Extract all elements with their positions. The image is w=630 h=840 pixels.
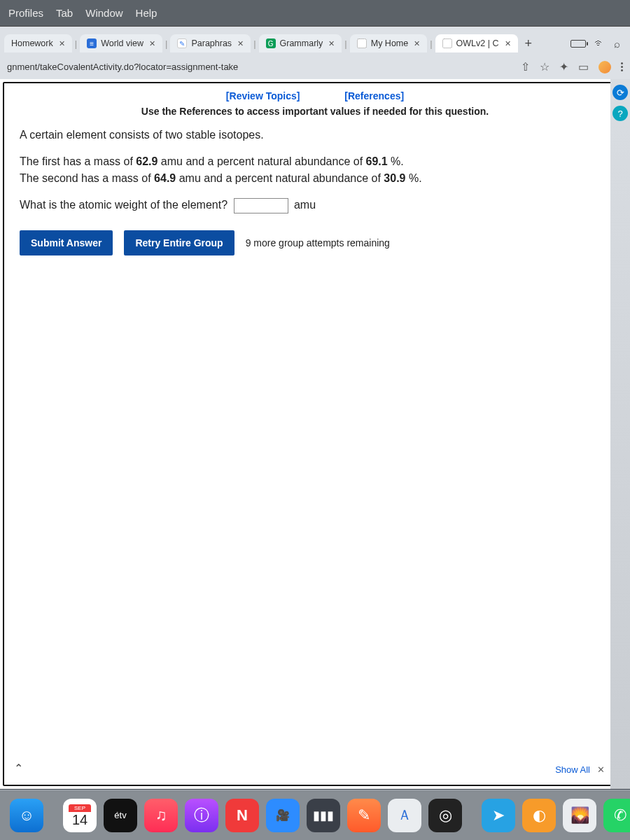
system-tray: ᯤ ⌕ bbox=[570, 37, 626, 50]
tab-label: Homework bbox=[11, 38, 53, 48]
menu-profiles[interactable]: Profiles bbox=[8, 7, 43, 19]
search-icon[interactable]: ⌕ bbox=[614, 38, 620, 50]
tab-separator: | bbox=[428, 38, 433, 49]
appstore-icon[interactable]: Ａ bbox=[388, 799, 421, 832]
submit-button[interactable]: Submit Answer bbox=[20, 230, 113, 255]
tab-strip: Homework ✕ | ≡ World view ✕ | ✎ Paraphra… bbox=[0, 31, 630, 56]
calendar-icon[interactable]: SEP 14 bbox=[63, 799, 97, 832]
question-panel: [Review Topics] [References] Use the Ref… bbox=[3, 82, 627, 786]
tab-label: My Home bbox=[371, 38, 408, 48]
unit-label: amu bbox=[294, 199, 316, 211]
tab-separator: | bbox=[343, 38, 348, 49]
tab-label: Grammarly bbox=[280, 38, 323, 48]
chevron-up-icon[interactable]: ⌃ bbox=[14, 762, 23, 775]
close-icon[interactable]: ✕ bbox=[328, 39, 335, 48]
close-icon[interactable]: ✕ bbox=[414, 39, 420, 48]
tab-label: Paraphras bbox=[191, 38, 232, 48]
favicon-icon: G bbox=[266, 38, 276, 48]
help-icon[interactable]: ? bbox=[612, 106, 628, 121]
review-topics-link[interactable]: [Review Topics] bbox=[226, 90, 300, 102]
favicon-icon: ✦ bbox=[442, 38, 452, 48]
question-prompt: What is the atomic weight of the element… bbox=[20, 197, 610, 214]
close-icon[interactable]: ✕ bbox=[597, 764, 605, 775]
new-tab-button[interactable]: + bbox=[519, 36, 538, 51]
menu-tab[interactable]: Tab bbox=[56, 7, 73, 19]
wifi-icon: ᯤ bbox=[594, 37, 606, 50]
url-text[interactable]: gnment/takeCovalentActivity.do?locator=a… bbox=[7, 62, 238, 72]
tab-label: OWLv2 | C bbox=[456, 38, 499, 48]
refresh-icon[interactable]: ⟳ bbox=[612, 85, 628, 100]
panel-icon[interactable]: ▭ bbox=[578, 60, 589, 74]
instruction-text: Use the References to access important v… bbox=[4, 104, 626, 127]
photos-icon[interactable]: 🌄 bbox=[563, 799, 596, 832]
tab-homework[interactable]: Homework ✕ bbox=[4, 34, 72, 52]
address-bar: gnment/takeCovalentActivity.do?locator=a… bbox=[0, 56, 630, 79]
tab-grammarly[interactable]: G Grammarly ✕ bbox=[259, 34, 342, 52]
battery-icon bbox=[570, 40, 586, 48]
references-link[interactable]: [References] bbox=[344, 90, 404, 102]
dock: ☺ SEP 14 étv ♫ ⓘ N 🎥 ▮▮▮ ✎ Ａ ◎ ➤ ◐ 🌄 ✆ W… bbox=[0, 790, 630, 840]
favicon-icon: ✦ bbox=[357, 38, 367, 48]
close-icon[interactable]: ✕ bbox=[149, 39, 155, 48]
side-panel: ⟳ ? bbox=[610, 79, 630, 789]
menu-window[interactable]: Window bbox=[85, 7, 122, 19]
appletv-icon[interactable]: étv bbox=[104, 799, 137, 832]
app-dark-icon[interactable]: ◎ bbox=[428, 799, 462, 832]
tab-paraphras[interactable]: ✎ Paraphras ✕ bbox=[170, 34, 251, 52]
tab-separator: | bbox=[252, 38, 257, 49]
favicon-icon: ✎ bbox=[177, 38, 187, 48]
podcasts-icon[interactable]: ⓘ bbox=[185, 799, 218, 832]
zoom-icon[interactable]: 🎥 bbox=[266, 799, 300, 832]
show-all-link[interactable]: Show All ✕ bbox=[555, 764, 605, 775]
menu-icon[interactable] bbox=[621, 62, 623, 71]
top-links: [Review Topics] [References] bbox=[4, 83, 626, 104]
music-icon[interactable]: ♫ bbox=[144, 799, 178, 832]
question-text: A certain element consists of two stable… bbox=[4, 127, 626, 214]
app-n-icon[interactable]: N bbox=[225, 799, 259, 832]
avatar[interactable] bbox=[598, 61, 611, 74]
isotope-1: The first has a mass of 62.9 amu and a p… bbox=[20, 153, 610, 187]
tab-worldview[interactable]: ≡ World view ✕ bbox=[80, 34, 162, 52]
edit-icon[interactable]: ✎ bbox=[347, 799, 381, 832]
retry-button[interactable]: Retry Entire Group bbox=[124, 230, 234, 255]
finder-icon[interactable]: ☺ bbox=[10, 799, 43, 832]
page-content: [Review Topics] [References] Use the Ref… bbox=[0, 79, 630, 789]
browser-chrome: Homework ✕ | ≡ World view ✕ | ✎ Paraphra… bbox=[0, 27, 630, 79]
app-orange-icon[interactable]: ◐ bbox=[522, 799, 556, 832]
close-icon[interactable]: ✕ bbox=[505, 39, 511, 48]
whatsapp-icon[interactable]: ✆ bbox=[603, 799, 630, 832]
stats-icon[interactable]: ▮▮▮ bbox=[307, 799, 340, 832]
share-icon[interactable]: ⇧ bbox=[521, 60, 530, 74]
tab-label: World view bbox=[101, 38, 144, 48]
tab-myhome[interactable]: ✦ My Home ✕ bbox=[350, 34, 427, 52]
question-intro: A certain element consists of two stable… bbox=[20, 127, 610, 144]
attempts-remaining: 9 more group attempts remaining bbox=[246, 237, 390, 248]
menubar: Profiles Tab Window Help bbox=[0, 0, 630, 27]
close-icon[interactable]: ✕ bbox=[59, 39, 65, 48]
telegram-icon[interactable]: ➤ bbox=[482, 799, 515, 832]
favicon-icon: ≡ bbox=[87, 38, 97, 48]
tab-separator: | bbox=[74, 38, 78, 49]
extension-icon[interactable]: ✦ bbox=[559, 60, 568, 74]
button-row: Submit Answer Retry Entire Group 9 more … bbox=[4, 223, 626, 270]
close-icon[interactable]: ✕ bbox=[237, 39, 244, 48]
menu-help[interactable]: Help bbox=[136, 7, 158, 19]
star-icon[interactable]: ☆ bbox=[540, 60, 550, 74]
tab-separator: | bbox=[164, 38, 169, 49]
toolbar-icons: ⇧ ☆ ✦ ▭ bbox=[521, 60, 623, 74]
answer-input[interactable] bbox=[234, 198, 288, 214]
tab-owlv2[interactable]: ✦ OWLv2 | C ✕ bbox=[435, 34, 518, 52]
